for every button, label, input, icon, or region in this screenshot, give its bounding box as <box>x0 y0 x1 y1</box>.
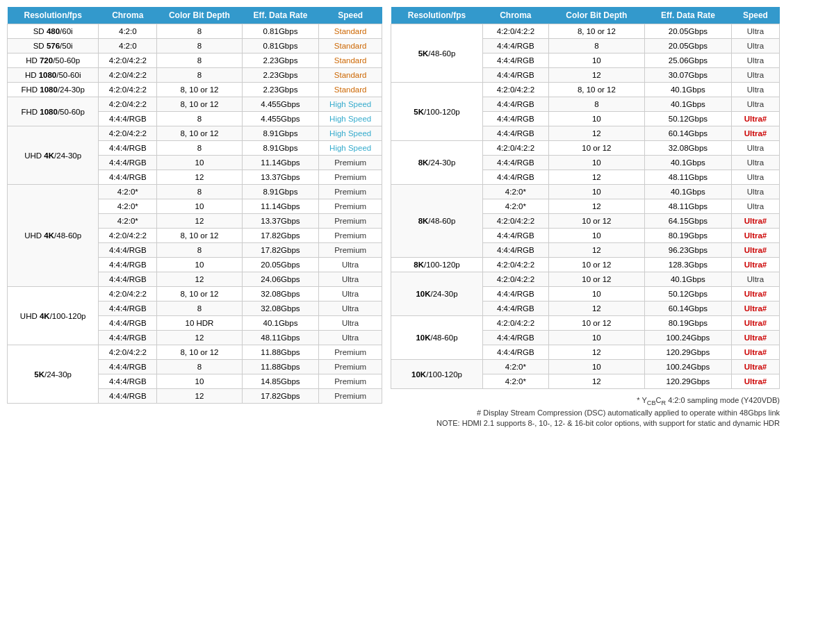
bitdepth-cell: 10 or 12 <box>548 214 644 229</box>
datarate-cell: 24.06Gbps <box>242 272 319 287</box>
chroma-cell: 4:4:4/RGB <box>99 258 157 272</box>
resolution-cell: 10K/48-60p <box>391 316 483 360</box>
datarate-cell: 40.1Gbps <box>644 272 731 287</box>
datarate-cell: 8.91Gbps <box>242 141 319 156</box>
chroma-cell: 4:2:0/4:2:2 <box>482 83 548 97</box>
bitdepth-cell: 10 <box>548 112 644 126</box>
speed-cell: Ultra <box>731 39 779 53</box>
speed-cell: Ultra <box>319 272 382 287</box>
datarate-cell: 2.23Gbps <box>242 68 319 83</box>
datarate-cell: 48.11Gbps <box>644 170 731 185</box>
datarate-cell: 100.24Gbps <box>644 331 731 345</box>
datarate-cell: 20.05Gbps <box>644 39 731 53</box>
table-row: 5K/24-30p4:2:0/4:2:28, 10 or 1211.88Gbps… <box>8 345 382 360</box>
datarate-cell: 8.91Gbps <box>242 185 319 199</box>
datarate-cell: 4.455Gbps <box>242 97 319 112</box>
datarate-cell: 25.06Gbps <box>644 53 731 68</box>
datarate-cell: 20.05Gbps <box>242 258 319 272</box>
table-row: FHD 1080/24-30p4:2:0/4:2:28, 10 or 122.2… <box>8 83 382 97</box>
chroma-cell: 4:2:0/4:2:2 <box>482 141 548 156</box>
bitdepth-cell: 8, 10 or 12 <box>157 97 242 112</box>
chroma-cell: 4:4:4/RGB <box>482 126 548 141</box>
bitdepth-cell: 8 <box>157 141 242 156</box>
resolution-cell: SD 576/50i <box>8 39 99 53</box>
table-row: 10K/48-60p4:2:0/4:2:210 or 1280.19GbpsUl… <box>391 316 780 331</box>
footnotes: * YCBCR 4:2:0 sampling mode (Y420VDB) # … <box>391 396 780 427</box>
bitdepth-cell: 10 <box>157 374 242 389</box>
speed-cell: Premium <box>319 374 382 389</box>
right-header-datarate: Eff. Data Rate <box>644 7 731 24</box>
datarate-cell: 8.91Gbps <box>242 126 319 141</box>
bitdepth-cell: 10 <box>548 331 644 345</box>
speed-cell: Ultra <box>731 97 779 112</box>
speed-cell: Premium <box>319 156 382 170</box>
bitdepth-cell: 12 <box>548 126 644 141</box>
chroma-cell: 4:2:0/4:2:2 <box>99 126 157 141</box>
bitdepth-cell: 12 <box>548 68 644 83</box>
bitdepth-cell: 10 <box>157 199 242 214</box>
table-row: HD 720/50-60p4:2:0/4:2:282.23GbpsStandar… <box>8 53 382 68</box>
speed-cell: Premium <box>319 214 382 229</box>
speed-cell: Ultra <box>319 331 382 345</box>
left-header-chroma: Chroma <box>99 7 157 24</box>
resolution-cell: 5K/24-30p <box>8 345 99 404</box>
datarate-cell: 13.37Gbps <box>242 214 319 229</box>
datarate-cell: 17.82Gbps <box>242 243 319 258</box>
table-row: UHD 4K/48-60p4:2:0*88.91GbpsPremium <box>8 185 382 199</box>
bitdepth-cell: 12 <box>157 272 242 287</box>
table-row: 5K/100-120p4:2:0/4:2:28, 10 or 1240.1Gbp… <box>391 83 780 97</box>
datarate-cell: 17.82Gbps <box>242 229 319 243</box>
speed-cell: Standard <box>319 24 382 39</box>
speed-cell: Ultra# <box>731 243 779 258</box>
speed-cell: Ultra <box>319 287 382 302</box>
speed-cell: Ultra <box>731 272 779 287</box>
speed-cell: Ultra# <box>731 374 779 389</box>
chroma-cell: 4:2:0/4:2:2 <box>99 83 157 97</box>
table-row: 8K/48-60p4:2:0*1040.1GbpsUltra <box>391 185 780 199</box>
speed-cell: Premium <box>319 389 382 404</box>
speed-cell: Ultra# <box>731 112 779 126</box>
right-data-table: Resolution/fps Chroma Color Bit Depth Ef… <box>391 7 780 389</box>
chroma-cell: 4:2:0/4:2:2 <box>99 53 157 68</box>
bitdepth-cell: 12 <box>157 331 242 345</box>
speed-cell: Ultra <box>731 199 779 214</box>
speed-cell: Ultra# <box>731 126 779 141</box>
bitdepth-cell: 8 <box>157 68 242 83</box>
datarate-cell: 50.12Gbps <box>644 112 731 126</box>
left-data-table: Resolution/fps Chroma Color Bit Depth Ef… <box>7 7 382 404</box>
table-row: 8K/100-120p4:2:0/4:2:210 or 12128.3GbpsU… <box>391 258 780 272</box>
chroma-cell: 4:2:0 <box>99 24 157 39</box>
speed-cell: Ultra <box>731 141 779 156</box>
chroma-cell: 4:2:0* <box>482 199 548 214</box>
speed-cell: Standard <box>319 83 382 97</box>
datarate-cell: 120.29Gbps <box>644 374 731 389</box>
chroma-cell: 4:2:0/4:2:2 <box>99 229 157 243</box>
speed-cell: Ultra# <box>731 229 779 243</box>
chroma-cell: 4:4:4/RGB <box>99 243 157 258</box>
speed-cell: Premium <box>319 345 382 360</box>
chroma-cell: 4:2:0* <box>99 214 157 229</box>
datarate-cell: 60.14Gbps <box>644 302 731 316</box>
speed-cell: Premium <box>319 199 382 214</box>
speed-cell: High Speed <box>319 141 382 156</box>
chroma-cell: 4:4:4/RGB <box>99 331 157 345</box>
datarate-cell: 40.1Gbps <box>644 97 731 112</box>
speed-cell: Standard <box>319 68 382 83</box>
speed-cell: Premium <box>319 360 382 374</box>
bitdepth-cell: 8, 10 or 12 <box>157 126 242 141</box>
bitdepth-cell: 8, 10 or 12 <box>157 345 242 360</box>
chroma-cell: 4:4:4/RGB <box>99 360 157 374</box>
chroma-cell: 4:4:4/RGB <box>482 68 548 83</box>
datarate-cell: 0.81Gbps <box>242 24 319 39</box>
bitdepth-cell: 8 <box>157 302 242 316</box>
resolution-cell: UHD 4K/24-30p <box>8 126 99 185</box>
resolution-cell: 10K/100-120p <box>391 360 483 389</box>
speed-cell: High Speed <box>319 126 382 141</box>
speed-cell: Premium <box>319 170 382 185</box>
bitdepth-cell: 8 <box>548 97 644 112</box>
bitdepth-cell: 12 <box>157 170 242 185</box>
resolution-cell: 8K/24-30p <box>391 141 483 185</box>
speed-cell: Ultra# <box>731 287 779 302</box>
chroma-cell: 4:4:4/RGB <box>482 97 548 112</box>
speed-cell: Premium <box>319 185 382 199</box>
